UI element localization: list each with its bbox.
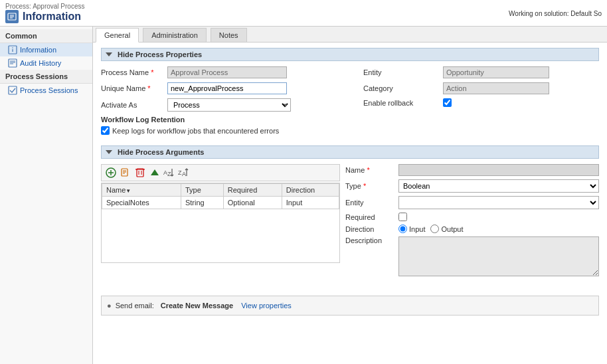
process-name-input[interactable] — [167, 66, 287, 78]
header-left: Process: Approval Process Information — [5, 3, 85, 23]
sidebar-item-information[interactable]: Information — [0, 43, 92, 56]
arg-name-row: Name — [345, 164, 599, 176]
cell-direction: Input — [282, 197, 339, 209]
workflow-log-checkbox[interactable] — [101, 126, 110, 135]
radio-input-label: Input — [409, 225, 425, 233]
process-name-label: Process Name — [101, 68, 167, 76]
tab-administration[interactable]: Administration — [143, 28, 207, 42]
process-properties-body: Process Name Unique Name Activate As Pro — [101, 64, 599, 145]
collapse-icon — [106, 52, 112, 56]
args-table: Name Type Required Direction SpecialNote… — [102, 183, 339, 262]
step-item: ● Send email: Create New Message View pr… — [107, 302, 593, 310]
workflow-log-checkbox-row: Keep logs for workflow jobs that encount… — [101, 126, 599, 135]
tab-notes[interactable]: Notes — [211, 28, 247, 42]
arg-required-row: Required — [345, 213, 599, 221]
radio-output-label: Output — [441, 225, 463, 233]
arg-direction-group: Input Output — [398, 225, 464, 233]
arg-description-row: Description — [345, 236, 599, 276]
sort-az-button[interactable]: AZ — [163, 167, 176, 179]
radio-input-btn[interactable] — [398, 225, 407, 233]
col-required: Required — [223, 184, 282, 197]
enable-rollback-row: Enable rollback — [363, 98, 599, 107]
sidebar: Common Information Audit History Process… — [0, 27, 93, 364]
sidebar-item-information-label: Information — [20, 46, 56, 54]
arg-name-input[interactable] — [398, 164, 599, 176]
unique-name-input[interactable] — [167, 82, 287, 94]
radio-output-btn[interactable] — [430, 225, 439, 233]
arg-description-label: Description — [345, 236, 398, 244]
args-table-container: Name Type Required Direction SpecialNote… — [101, 183, 340, 263]
delete-arg-button[interactable] — [133, 167, 147, 179]
workflow-log: Workflow Log Retention Keep logs for wor… — [101, 116, 599, 135]
arg-direction-row: Direction Input Output — [345, 225, 599, 233]
col-name: Name — [102, 184, 181, 197]
process-arguments-body: AZ ZA Name Type — [101, 161, 599, 285]
activate-as-row: Activate As Process Template — [101, 98, 337, 112]
col-left: Process Name Unique Name Activate As Pro — [101, 66, 337, 116]
process-icon — [5, 10, 19, 23]
arg-type-select-wrapper: Boolean String Integer Float DateTime En… — [398, 179, 599, 193]
section-process-properties-title: Hide Process Properties — [118, 50, 202, 58]
unique-name-label: Unique Name — [101, 84, 167, 92]
move-up-button[interactable] — [148, 167, 161, 179]
info-icon — [8, 45, 17, 54]
category-input — [443, 82, 549, 94]
activate-as-select-wrapper: Process Template — [167, 98, 291, 112]
sidebar-item-audit-label: Audit History — [20, 59, 61, 67]
edit-arg-button[interactable] — [119, 167, 132, 179]
process-name-row: Process Name — [101, 66, 337, 78]
svg-text:A: A — [182, 171, 186, 177]
activate-as-label: Activate As — [101, 101, 167, 109]
category-row: Category — [363, 82, 599, 94]
args-layout: AZ ZA Name Type — [101, 164, 599, 280]
sidebar-item-audit-history[interactable]: Audit History — [0, 56, 92, 70]
step-label: Create New Message — [161, 302, 233, 310]
radio-input[interactable]: Input — [398, 225, 425, 233]
cell-type: String — [181, 197, 223, 209]
step-bullet: ● — [107, 302, 112, 310]
section-process-properties[interactable]: Hide Process Properties — [101, 48, 599, 61]
sidebar-section-process-sessions: Process Sessions — [0, 70, 92, 84]
entity-row: Entity — [363, 66, 599, 78]
main-layout: Common Information Audit History Process… — [0, 27, 607, 364]
sidebar-item-process-sessions[interactable]: Process Sessions — [0, 84, 92, 97]
col-type: Type — [181, 184, 223, 197]
enable-rollback-checkbox[interactable] — [443, 98, 452, 107]
section-process-arguments[interactable]: Hide Process Arguments — [101, 145, 599, 159]
args-right-panel: Name Type Boolean String Integer Float — [345, 164, 599, 280]
tabs-bar: General Administration Notes — [93, 27, 607, 43]
audit-icon — [8, 58, 17, 68]
steps-section: ● Send email: Create New Message View pr… — [101, 296, 599, 316]
col-direction: Direction — [282, 184, 339, 197]
arg-direction-label: Direction — [345, 225, 398, 233]
unique-name-row: Unique Name — [101, 82, 337, 94]
arg-name-label: Name — [345, 166, 398, 174]
svg-rect-11 — [9, 86, 17, 94]
enable-rollback-label: Enable rollback — [363, 99, 443, 107]
arg-description-textarea[interactable] — [398, 236, 599, 276]
sidebar-item-process-sessions-label: Process Sessions — [20, 86, 78, 94]
process-sessions-icon — [8, 86, 17, 95]
category-label: Category — [363, 84, 443, 92]
arg-entity-select[interactable] — [398, 196, 599, 209]
args-table-area: AZ ZA Name Type — [101, 164, 340, 280]
activate-as-select[interactable]: Process Template — [167, 98, 291, 112]
add-arg-button[interactable] — [104, 167, 118, 179]
cell-name: SpecialNotes — [102, 197, 181, 209]
sort-za-button[interactable]: ZA — [177, 167, 191, 179]
arg-required-checkbox[interactable] — [398, 213, 407, 221]
radio-output[interactable]: Output — [430, 225, 463, 233]
step-view-properties-link[interactable]: View properties — [241, 302, 292, 310]
col-right: Entity Category Enable rollback — [350, 66, 599, 116]
arg-type-select[interactable]: Boolean String Integer Float DateTime En… — [398, 179, 599, 193]
tab-general[interactable]: General — [96, 28, 139, 43]
workflow-log-title: Workflow Log Retention — [101, 116, 599, 124]
working-on: Working on solution: Default So — [509, 9, 602, 17]
page-title: Information — [23, 11, 81, 23]
two-col-layout: Process Name Unique Name Activate As Pro — [101, 66, 599, 116]
collapse-args-icon — [106, 150, 112, 154]
arg-required-label: Required — [345, 213, 398, 221]
entity-label: Entity — [363, 68, 443, 76]
table-row[interactable]: SpecialNotes String Optional Input — [102, 197, 339, 209]
table-header-row: Name Type Required Direction — [102, 184, 339, 197]
